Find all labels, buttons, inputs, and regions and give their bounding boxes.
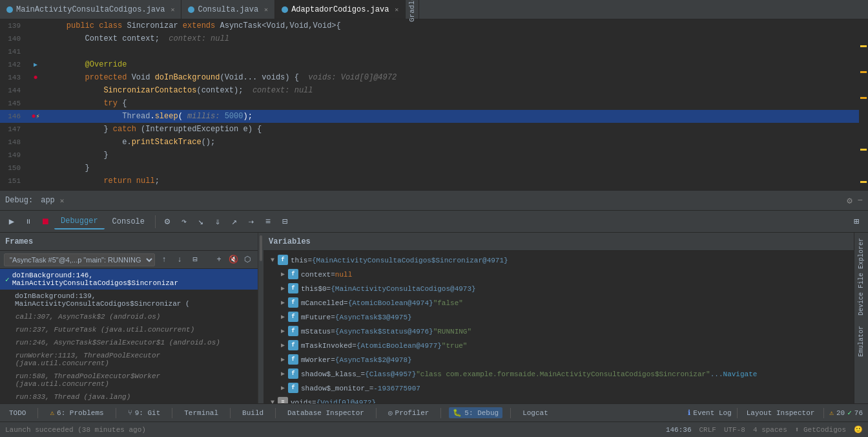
stop-btn[interactable]: ⏹ — [37, 214, 53, 229]
code-scrollbar[interactable] — [859, 19, 868, 190]
var-mtaskinvoked[interactable]: ▶ f mTaskInvoked = {AtomicBoolean@4977} … — [264, 339, 854, 353]
frame-item-7[interactable]: run:833, Thread (java.lang) — [0, 390, 258, 403]
frame-item-2[interactable]: call:307, AsyncTask$2 (android.os) — [0, 310, 258, 323]
frame-item-4[interactable]: run:246, AsyncTask$SerialExecutor$1 (and… — [0, 336, 258, 349]
pause-btn[interactable]: ⏸ — [21, 214, 36, 229]
indent-indicator[interactable]: 4 spaces — [753, 426, 787, 434]
frame-item-3[interactable]: run:237, FutureTask (java.util.concurren… — [0, 323, 258, 336]
var-mworker[interactable]: ▶ f mWorker = {AsyncTask$2@4978} — [264, 353, 854, 367]
tab-debugger[interactable]: Debugger — [54, 214, 105, 229]
status-bar: TODO ⚠ 6: Problems ⑂ 9: Git Terminal Bui… — [0, 403, 868, 421]
step-out-btn[interactable]: ↗ — [227, 214, 242, 229]
status-todo[interactable]: TODO — [5, 408, 30, 418]
frame-list: ✓ doInBackground:146, MainActivityConsul… — [0, 269, 258, 403]
debug-panels: Frames "AsyncTask #5"@4,...p "main": RUN… — [0, 233, 868, 403]
tab-consulta[interactable]: Consulta.java ✕ — [181, 0, 275, 19]
debug-close-btn[interactable]: ✕ — [60, 197, 65, 205]
tab-console[interactable]: Console — [106, 215, 151, 229]
frame-filter-btn[interactable]: ⊟ — [189, 253, 202, 266]
var-shadow-monitor[interactable]: ▶ f shadow$_monitor_ = -1936775907 — [264, 381, 854, 396]
code-line-150: 150 } — [0, 162, 859, 175]
status-layout-inspector[interactable]: Layout Inspector — [743, 408, 819, 418]
var-mfuture[interactable]: ▶ f mFuture = {AsyncTask$3@4975} — [264, 310, 854, 325]
frame-expand-btn[interactable]: ⬡ — [241, 253, 254, 266]
debug-minimize-btn[interactable]: − — [858, 195, 863, 206]
status-problems[interactable]: ⚠ 6: Problems — [46, 407, 107, 418]
vcs-indicator[interactable]: ⬆ GetCodigos — [795, 425, 846, 434]
var-mstatus[interactable]: ▶ f mStatus = {AsyncTask$Status@4976} "R… — [264, 325, 854, 339]
ok-icon: ✓ — [847, 409, 852, 417]
status-sep-10 — [823, 408, 824, 418]
frames-toolbar: "AsyncTask #5"@4,...p "main": RUNNING ↑ … — [0, 251, 258, 269]
crlf-indicator[interactable]: CRLF — [699, 426, 716, 434]
tab-close[interactable]: ✕ — [395, 6, 398, 14]
code-line-143: 143 ● protected Void doInBackground(Void… — [0, 71, 859, 84]
var-this0[interactable]: ▶ f this$0 = {MainActivityConsultaCodigo… — [264, 282, 854, 296]
status-build[interactable]: Build — [238, 408, 267, 418]
frame-add-btn[interactable]: + — [212, 253, 225, 266]
profiler-label: Profiler — [395, 409, 429, 417]
status-debug[interactable]: 🐛 5: Debug — [449, 407, 502, 418]
status-profiler[interactable]: ◎ Profiler — [384, 407, 433, 418]
tab-close[interactable]: ✕ — [170, 6, 174, 14]
resume-btn[interactable]: ▶ — [4, 214, 19, 229]
warnings-num: 20 — [836, 409, 845, 417]
frame-item-6[interactable]: run:588, ThreadPoolExecutor$Worker (java… — [0, 370, 258, 390]
code-line-151: 151 return null; — [0, 175, 859, 187]
debug-bar: Debug: app ✕ ⚙ − — [0, 190, 868, 211]
thread-select[interactable]: "AsyncTask #5"@4,...p "main": RUNNING — [4, 253, 155, 266]
panel-divider-scrollbar[interactable] — [258, 233, 264, 403]
side-tabs: Device File Explorer Emulator — [854, 233, 868, 403]
tab-main-activity[interactable]: MainActivityConsultaCodigos.java ✕ — [0, 0, 181, 19]
status-sep-4 — [230, 408, 231, 418]
code-line-144: 144 SincronizarContactos(context); conte… — [0, 84, 859, 97]
debug-app-label: app — [41, 196, 55, 205]
git-icon: ⑂ — [128, 409, 132, 417]
code-line-148: 148 e.printStackTrace(); — [0, 136, 859, 149]
code-line-146: 146 ●⚡ Thread.sleep( millis: 5000); — [0, 110, 859, 123]
status-git[interactable]: ⑂ 9: Git — [124, 408, 165, 418]
status-right: ℹ Event Log Layout Inspector ⚠ 20 ✓ 76 — [688, 408, 863, 418]
ok-num: 76 — [854, 409, 863, 417]
variables-panel: Variables ▼ f this = {MainActivityConsul… — [264, 233, 854, 403]
navigate-link[interactable]: Navigate — [723, 368, 758, 380]
frame-item-0[interactable]: ✓ doInBackground:146, MainActivityConsul… — [0, 269, 258, 290]
var-context-1[interactable]: ▶ f context = null — [264, 268, 854, 282]
step-into-btn[interactable]: ↘ — [193, 214, 209, 229]
status-logcat[interactable]: Logcat — [519, 408, 552, 418]
force-step-into-btn[interactable]: ⇓ — [210, 214, 225, 229]
step-over-btn[interactable]: ↷ — [176, 214, 192, 229]
var-this[interactable]: ▼ f this = {MainActivityConsultaCodigos$… — [264, 253, 854, 268]
warnings-count[interactable]: ⚠ 20 ✓ 76 — [829, 409, 863, 417]
var-voids[interactable]: ▼ ≡ voids = {Void[0]@4972} — [264, 396, 854, 403]
restore-layout-btn[interactable]: ⊞ — [849, 214, 864, 229]
tab-adaptador[interactable]: AdaptadorCodigos.java ✕ — [275, 0, 406, 19]
expand-frames-btn[interactable]: ⊟ — [277, 214, 293, 229]
side-tab-device-file-explorer[interactable]: Device File Explorer — [854, 233, 868, 321]
code-editor[interactable]: 139 public class Sincronizar extends Asy… — [0, 19, 859, 190]
frame-up-btn[interactable]: ↑ — [158, 253, 170, 266]
run-to-cursor-btn[interactable]: ⇢ — [243, 214, 259, 229]
status-database-inspector[interactable]: Database Inspector — [284, 408, 368, 418]
debug-icon: 🐛 — [453, 409, 462, 417]
eval-btn[interactable]: ≡ — [260, 214, 276, 229]
var-mcancelled[interactable]: ▶ f mCancelled = {AtomicBoolean@4974} "f… — [264, 296, 854, 310]
frame-item-5[interactable]: runWorker:1113, ThreadPoolExecutor (java… — [0, 349, 258, 370]
warn-icon: ⚠ — [50, 409, 54, 417]
encoding-indicator[interactable]: UTF-8 — [724, 426, 745, 434]
tab-close[interactable]: ✕ — [264, 6, 268, 14]
settings-debugger-btn[interactable]: ⚙ — [160, 214, 175, 229]
side-tab-emulator[interactable]: Emulator — [854, 321, 868, 362]
gradle-tab[interactable]: Gradle — [406, 0, 419, 19]
var-shadow-klass[interactable]: ▶ f shadow$_klass_ = {Class@4957} "class… — [264, 367, 854, 381]
event-log[interactable]: ℹ Event Log — [688, 409, 731, 417]
frame-down-btn[interactable]: ↓ — [173, 253, 186, 266]
frame-item-1[interactable]: doInBackground:139, MainActivityConsulta… — [0, 290, 258, 310]
status-sep-2 — [116, 408, 116, 418]
launch-message: Launch succeeded (38 minutes ago) — [5, 426, 666, 434]
debug-settings-btn[interactable]: ⚙ — [847, 195, 852, 206]
status-sep-3 — [172, 408, 172, 418]
frame-mute-btn[interactable]: 🔇 — [227, 253, 240, 266]
code-line-141: 141 — [0, 45, 859, 58]
status-terminal[interactable]: Terminal — [180, 408, 222, 418]
